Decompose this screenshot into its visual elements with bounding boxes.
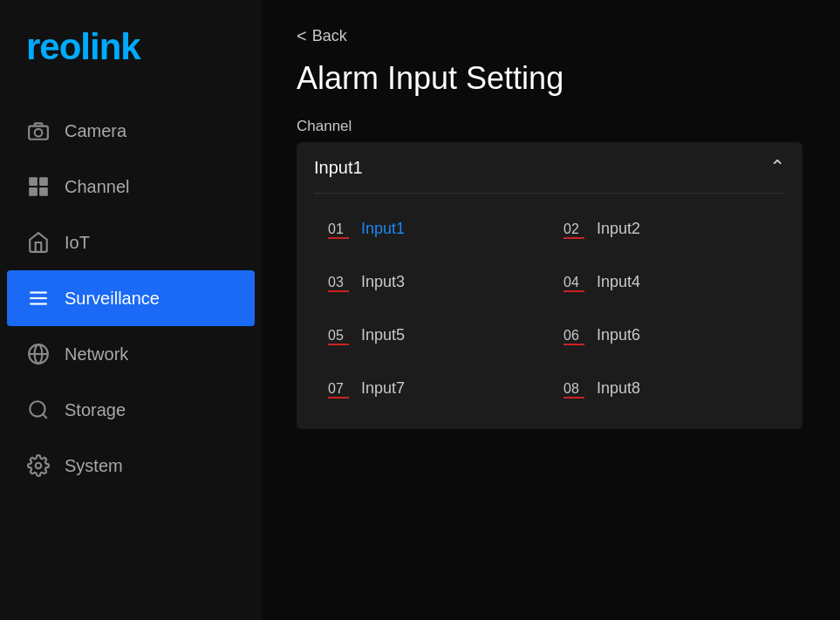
sidebar-item-surveillance[interactable]: Surveillance bbox=[7, 270, 255, 326]
sidebar-item-channel[interactable]: Channel bbox=[0, 159, 262, 215]
input-item-02[interactable]: 02 Input2 bbox=[550, 202, 785, 255]
input-name-02: Input2 bbox=[597, 220, 640, 238]
surveillance-icon bbox=[26, 286, 51, 310]
input-item-04[interactable]: 04 Input4 bbox=[550, 255, 785, 309]
input-number-08: 08 bbox=[563, 381, 584, 397]
input-name-08: Input8 bbox=[597, 379, 640, 398]
input-item-06[interactable]: 06 Input6 bbox=[550, 309, 785, 362]
sidebar-item-storage-label: Storage bbox=[65, 400, 126, 420]
input-name-04: Input4 bbox=[597, 273, 640, 291]
input-name-03: Input3 bbox=[361, 273, 405, 291]
sidebar-item-surveillance-label: Surveillance bbox=[65, 289, 160, 309]
input-item-05[interactable]: 05 Input5 bbox=[314, 309, 550, 362]
dropdown-selected-value: Input1 bbox=[314, 158, 363, 178]
input-grid: 01 Input1 02 Input2 03 Input3 04 Input4 … bbox=[314, 202, 785, 415]
svg-rect-3 bbox=[39, 177, 48, 186]
input-item-03[interactable]: 03 Input3 bbox=[314, 255, 550, 309]
sidebar-item-camera[interactable]: Camera bbox=[0, 103, 262, 159]
channel-dropdown[interactable]: Input1 ⌃ bbox=[314, 156, 785, 194]
svg-point-1 bbox=[35, 129, 43, 137]
channel-label: Channel bbox=[297, 118, 805, 135]
input-number-02: 02 bbox=[563, 221, 584, 237]
input-item-08[interactable]: 08 Input8 bbox=[550, 362, 785, 415]
svg-rect-5 bbox=[39, 187, 48, 196]
back-label: Back bbox=[312, 27, 347, 45]
input-name-06: Input6 bbox=[597, 326, 640, 344]
input-name-07: Input7 bbox=[361, 379, 405, 398]
dropdown-chevron-icon: ⌃ bbox=[769, 156, 785, 179]
logo: reolink bbox=[26, 26, 236, 68]
camera-icon bbox=[26, 119, 51, 143]
input-number-05: 05 bbox=[328, 328, 349, 344]
sidebar: reolink Camera bbox=[0, 0, 262, 620]
sidebar-item-channel-label: Channel bbox=[65, 177, 130, 197]
back-button[interactable]: < Back bbox=[297, 26, 805, 46]
svg-point-12 bbox=[30, 401, 44, 416]
system-icon bbox=[26, 453, 51, 478]
sidebar-item-storage[interactable]: Storage bbox=[0, 382, 262, 438]
sidebar-item-system-label: System bbox=[65, 456, 123, 476]
svg-rect-2 bbox=[29, 177, 38, 186]
storage-icon bbox=[26, 398, 51, 422]
input-number-03: 03 bbox=[328, 275, 349, 290]
input-number-04: 04 bbox=[563, 275, 584, 290]
logo-area: reolink bbox=[0, 0, 262, 103]
input-name-05: Input5 bbox=[361, 326, 405, 344]
network-icon bbox=[26, 342, 51, 366]
svg-rect-4 bbox=[29, 187, 38, 196]
iot-icon bbox=[26, 230, 51, 255]
sidebar-item-camera-label: Camera bbox=[65, 121, 126, 141]
sidebar-nav: Camera Channel IoT bbox=[0, 103, 262, 494]
input-number-07: 07 bbox=[328, 381, 349, 397]
input-name-01: Input1 bbox=[361, 220, 405, 238]
svg-line-13 bbox=[43, 414, 47, 419]
sidebar-item-network[interactable]: Network bbox=[0, 326, 262, 382]
input-item-01[interactable]: 01 Input1 bbox=[314, 202, 550, 255]
back-chevron-icon: < bbox=[297, 26, 307, 46]
sidebar-item-system[interactable]: System bbox=[0, 438, 262, 494]
svg-point-14 bbox=[36, 463, 42, 469]
page-title: Alarm Input Setting bbox=[297, 60, 805, 97]
channel-icon bbox=[26, 174, 51, 199]
dropdown-container: Input1 ⌃ 01 Input1 02 Input2 03 Input3 0… bbox=[297, 142, 802, 429]
sidebar-item-iot[interactable]: IoT bbox=[0, 215, 262, 270]
sidebar-item-network-label: Network bbox=[65, 344, 128, 365]
input-item-07[interactable]: 07 Input7 bbox=[314, 362, 550, 415]
sidebar-item-iot-label: IoT bbox=[65, 233, 90, 253]
input-number-01: 01 bbox=[328, 221, 349, 237]
input-number-06: 06 bbox=[563, 328, 584, 344]
main-content: < Back Alarm Input Setting Channel Input… bbox=[262, 0, 840, 620]
